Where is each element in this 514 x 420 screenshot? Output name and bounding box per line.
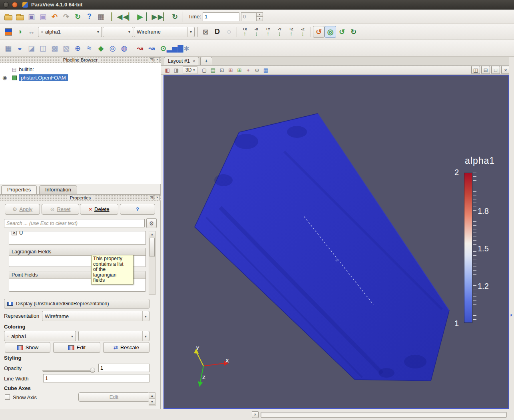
- load-state-icon[interactable]: [14, 11, 26, 22]
- window-close-button[interactable]: [12, 2, 18, 8]
- rescale-range-icon[interactable]: ↔: [26, 26, 37, 38]
- extract-subset-icon[interactable]: ▧: [60, 42, 72, 54]
- stream-tracer-icon[interactable]: ◍: [118, 42, 130, 54]
- close-dock-button[interactable]: ×: [155, 57, 160, 62]
- spreadsheet-view-icon[interactable]: ▦: [261, 66, 270, 74]
- close-tab-icon[interactable]: ×: [193, 59, 195, 64]
- first-frame-icon[interactable]: ▏◀: [111, 11, 123, 22]
- threshold-icon[interactable]: ▩: [49, 42, 60, 54]
- connect-server-icon[interactable]: ▣: [26, 11, 37, 22]
- edit-axes-grid-icon[interactable]: ⊞: [226, 66, 235, 74]
- clip-icon[interactable]: ◪: [26, 42, 37, 54]
- render-viewport[interactable]: X Y Z alpha1 21.81.51.21: [163, 75, 509, 409]
- center-axes-visibility-icon[interactable]: +: [244, 66, 253, 74]
- rescale-button[interactable]: ⇄ Rescale: [103, 342, 149, 353]
- show-colorbar-button[interactable]: Show: [5, 342, 50, 353]
- rotate-90-cw-icon[interactable]: ↻: [348, 26, 359, 38]
- scroll-up-icon[interactable]: ▲: [149, 231, 155, 237]
- field-row-u[interactable]: × U: [9, 231, 145, 237]
- rotate-90-ccw-icon[interactable]: ↺: [336, 26, 348, 38]
- pick-center-icon[interactable]: ⊙: [253, 66, 261, 74]
- disconnect-server-icon[interactable]: ▣: [37, 11, 49, 22]
- pipeline-dock-header[interactable]: Pipeline Browser ◳ ×: [0, 57, 161, 63]
- minus-x-view-icon[interactable]: -X↓: [251, 26, 262, 38]
- float-dock-button[interactable]: ◳: [149, 57, 154, 62]
- cancel-progress-button[interactable]: ×: [252, 411, 259, 418]
- representation-property-select[interactable]: Wireframe ▾: [42, 311, 149, 321]
- slider-knob[interactable]: [90, 368, 95, 373]
- undo-icon[interactable]: ↶: [49, 11, 60, 22]
- new-layout-tab-button[interactable]: +: [200, 57, 212, 65]
- color-array-select[interactable]: ○ alpha1 ▾: [38, 27, 102, 37]
- fields-scrollbar[interactable]: ▲: [149, 231, 155, 295]
- loop-icon[interactable]: ↻: [169, 11, 181, 22]
- split-horizontal-button[interactable]: ◫: [471, 66, 480, 74]
- camera-undo-icon[interactable]: ◧: [163, 66, 172, 74]
- glyph-arrows-icon[interactable]: ⊕: [72, 42, 84, 54]
- minus-z-view-icon[interactable]: -Z↓: [297, 26, 309, 38]
- zoom-box-icon[interactable]: ⊡: [217, 66, 226, 74]
- color-legend[interactable]: alpha1 21.81.51.21: [444, 155, 508, 327]
- frame-up-button[interactable]: ▲: [256, 12, 263, 17]
- select-cells-icon[interactable]: ⊠: [200, 26, 211, 38]
- show-axis-checkbox[interactable]: [5, 394, 10, 400]
- field-checkbox-u[interactable]: ×: [12, 231, 17, 235]
- view-mode-select[interactable]: 3D ▾: [183, 66, 198, 74]
- tab-properties[interactable]: Properties: [1, 185, 37, 194]
- opacity-slider[interactable]: [42, 367, 95, 374]
- scroll-up-icon[interactable]: ▲: [149, 393, 155, 399]
- edit-colormap-button[interactable]: Edit: [53, 342, 100, 353]
- clip-plane-icon[interactable]: ◆: [95, 42, 107, 54]
- mesh-object[interactable]: [195, 113, 449, 381]
- calculator-icon[interactable]: ▦: [2, 42, 14, 54]
- scrollbar-thumb[interactable]: [149, 238, 155, 257]
- coloring-component-select[interactable]: ▾: [78, 331, 149, 341]
- zoom-to-data-icon[interactable]: D: [211, 26, 223, 38]
- surface-selection-icon[interactable]: ◎: [325, 26, 336, 38]
- group-datasets-icon[interactable]: ◎: [107, 42, 118, 54]
- show-center-icon[interactable]: ◌: [223, 26, 235, 38]
- glyph-icon[interactable]: ◒: [14, 42, 26, 54]
- scroll-down-icon[interactable]: ▼: [149, 399, 155, 405]
- screenshot-icon[interactable]: ▦: [95, 11, 107, 22]
- next-frame-icon[interactable]: ▏▶: [146, 11, 157, 22]
- time-input[interactable]: [203, 12, 239, 21]
- minus-y-view-icon[interactable]: -Y↓: [274, 26, 285, 38]
- collapsed-panel-indicator[interactable]: *: [510, 313, 512, 319]
- float-dock-button[interactable]: ◳: [149, 195, 154, 200]
- reset-axes-icon[interactable]: ⊞: [235, 66, 244, 74]
- delete-button[interactable]: × Delete: [80, 204, 118, 215]
- frame-down-button[interactable]: ▼: [256, 17, 263, 21]
- representation-select[interactable]: Wireframe ▾: [134, 27, 195, 37]
- visibility-eye-icon[interactable]: ◉: [2, 75, 7, 81]
- properties-dock-header[interactable]: Properties ◳ ×: [0, 195, 161, 201]
- orientation-axes-widget[interactable]: X Y Z: [194, 345, 229, 387]
- play-icon[interactable]: ▶: [134, 11, 146, 22]
- slice-icon[interactable]: ◫: [37, 42, 49, 54]
- last-frame-icon[interactable]: ▶▏: [157, 11, 169, 22]
- temporal-interpolator-icon[interactable]: ∗: [181, 42, 192, 54]
- pipeline-item-source[interactable]: ◉ phstart.OpenFOAM: [0, 74, 161, 82]
- pipeline-item-builtin[interactable]: ▤ builtin:: [0, 65, 161, 74]
- help-icon[interactable]: ?: [84, 11, 95, 22]
- rotate-camera-icon[interactable]: ↺: [313, 26, 325, 38]
- split-vertical-button[interactable]: ⊟: [481, 66, 490, 74]
- cube-axes-edit-button[interactable]: Edit: [78, 392, 149, 402]
- restore-view-button[interactable]: □: [491, 66, 500, 74]
- search-input[interactable]: [4, 219, 145, 227]
- plus-y-view-icon[interactable]: +Y↑: [262, 26, 274, 38]
- window-minimize-button[interactable]: [3, 2, 9, 8]
- component-select[interactable]: ▾: [103, 27, 133, 37]
- reset-session-icon[interactable]: ↻: [72, 11, 84, 22]
- previous-frame-icon[interactable]: ◀▏: [123, 11, 134, 22]
- panel-scrollbar[interactable]: ▲ ▼: [149, 392, 155, 406]
- contour-icon[interactable]: ≈: [84, 42, 95, 54]
- histogram-icon[interactable]: ▂▅▇: [169, 42, 181, 54]
- redo-icon[interactable]: ↷: [60, 11, 72, 22]
- plus-z-view-icon[interactable]: +Z↑: [285, 26, 297, 38]
- edit-color-map-icon[interactable]: ◑: [14, 26, 26, 38]
- help-button[interactable]: ?: [120, 204, 155, 215]
- volume-fields-list[interactable]: × U: [9, 231, 146, 245]
- coloring-array-select[interactable]: ○ alpha1 ▾: [4, 331, 76, 341]
- layout-tab[interactable]: Layout #1 ×: [164, 57, 199, 65]
